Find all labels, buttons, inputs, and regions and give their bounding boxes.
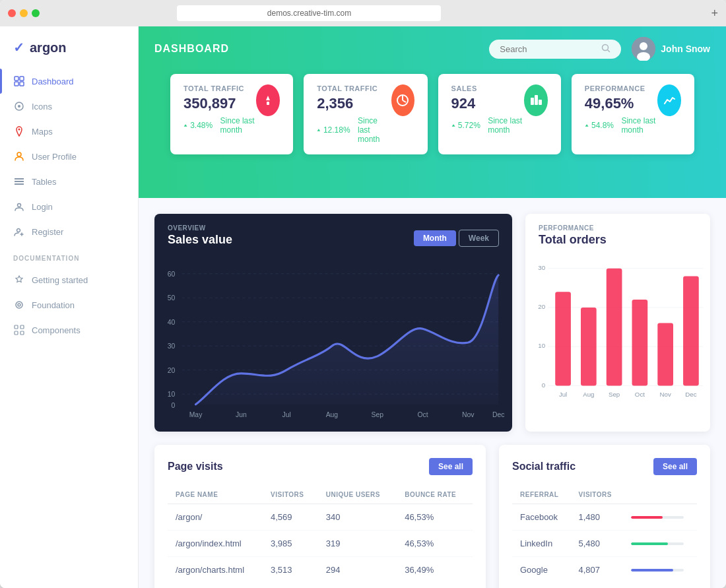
- charts-row: OVERVIEW Sales value Month Week: [154, 214, 710, 432]
- progress-cell: [623, 557, 697, 583]
- month-button[interactable]: Month: [414, 230, 456, 246]
- sidebar-nav: Dashboard Icons Maps: [0, 69, 138, 343]
- unique-users: 340: [318, 504, 397, 531]
- progress-cell: [623, 531, 697, 557]
- sidebar-item-components[interactable]: Components: [0, 317, 138, 343]
- svg-text:10: 10: [538, 342, 545, 349]
- svg-text:30: 30: [168, 343, 176, 350]
- progress-bar: [631, 542, 684, 545]
- svg-text:20: 20: [168, 367, 176, 374]
- bounce-rate: 46,53%: [397, 504, 473, 531]
- content-area: OVERVIEW Sales value Month Week: [139, 198, 726, 588]
- user-icon: [13, 150, 25, 162]
- sales-chart-title: Sales value: [168, 233, 232, 247]
- search-bar[interactable]: [489, 40, 621, 59]
- user-profile[interactable]: John Snow: [632, 37, 710, 61]
- svg-point-21: [640, 42, 647, 50]
- maximize-dot[interactable]: [32, 9, 40, 17]
- stat-card-performance: PERFORMANCE 49,65% 54.8% Since last mont…: [572, 74, 694, 154]
- components-icon: [13, 324, 25, 336]
- tables-row: Page visits See all PAGE NAME VISITORS U…: [154, 445, 710, 588]
- svg-text:Dec: Dec: [492, 411, 505, 418]
- social-traffic-see-all[interactable]: See all: [653, 458, 697, 475]
- sidebar-item-icons[interactable]: Icons: [0, 94, 138, 119]
- social-traffic-header: Social traffic See all: [512, 458, 697, 475]
- sales-chart-label: OVERVIEW: [168, 224, 232, 232]
- sidebar-item-tables[interactable]: Tables: [0, 169, 138, 194]
- svg-rect-17: [15, 331, 18, 335]
- sidebar-item-label: Tables: [32, 177, 57, 187]
- search-input[interactable]: [500, 44, 596, 54]
- stat-label: TOTAL TRAFFIC: [183, 84, 256, 92]
- stat-change: 5.72% Since last month: [451, 116, 524, 135]
- stat-value: 49,65%: [585, 95, 657, 112]
- progress-fill: [631, 542, 668, 545]
- svg-text:Jun: Jun: [236, 411, 247, 418]
- url-bar[interactable]: demos.creative-tim.com: [177, 5, 441, 21]
- col-visitors: VISITORS: [570, 486, 623, 504]
- maps-icon: [13, 125, 25, 137]
- svg-rect-15: [15, 325, 18, 329]
- svg-text:Oct: Oct: [417, 411, 428, 418]
- sidebar-item-label: User Profile: [32, 152, 77, 162]
- svg-point-11: [18, 204, 21, 207]
- stat-label: TOTAL TRAFFIC: [317, 84, 391, 92]
- header-right: John Snow: [489, 37, 710, 61]
- sidebar-item-label: Login: [32, 202, 53, 212]
- sidebar-item-getting-started[interactable]: Getting started: [0, 267, 138, 292]
- logo-icon: ✓: [13, 40, 24, 55]
- svg-rect-16: [20, 325, 24, 329]
- stat-label: SALES: [451, 84, 524, 92]
- sidebar-item-label: Icons: [32, 102, 52, 112]
- orders-chart-title: Total orders: [539, 233, 697, 247]
- svg-text:30: 30: [538, 264, 545, 271]
- svg-text:Nov: Nov: [462, 411, 475, 418]
- page-visits-header: Page visits See all: [168, 458, 473, 475]
- col-unique: UNIQUE USERS: [318, 486, 397, 504]
- visitors: 1,480: [570, 504, 623, 531]
- stat-change: 3.48% Since last month: [183, 116, 256, 135]
- sidebar-item-foundation[interactable]: Foundation: [0, 292, 138, 317]
- minimize-dot[interactable]: [20, 9, 28, 17]
- svg-rect-0: [15, 77, 18, 81]
- svg-rect-2: [15, 82, 18, 86]
- bounce-rate: 36,49%: [397, 557, 473, 583]
- referral: Google: [512, 557, 570, 583]
- new-tab-button[interactable]: +: [711, 7, 718, 20]
- sidebar-item-label: Maps: [32, 127, 53, 137]
- svg-rect-57: [555, 292, 571, 385]
- sidebar-item-maps[interactable]: Maps: [0, 119, 138, 144]
- svg-text:Dec: Dec: [685, 391, 696, 398]
- sidebar-item-user-profile[interactable]: User Profile: [0, 144, 138, 169]
- search-icon: [601, 44, 610, 55]
- week-button[interactable]: Week: [459, 230, 499, 247]
- header-top: DASHBOARD John Snow: [154, 37, 710, 61]
- page-visits-see-all[interactable]: See all: [429, 458, 473, 475]
- page-visits-table: PAGE NAME VISITORS UNIQUE USERS BOUNCE R…: [168, 486, 473, 583]
- sidebar-item-login[interactable]: Login: [0, 194, 138, 219]
- svg-rect-18: [20, 331, 24, 335]
- app-container: ✓ argon Dashboard Icons: [0, 26, 726, 588]
- sidebar-item-label: Getting started: [32, 275, 88, 285]
- sidebar-item-dashboard[interactable]: Dashboard: [0, 69, 138, 94]
- sidebar: ✓ argon Dashboard Icons: [0, 26, 139, 588]
- progress-fill: [631, 516, 663, 519]
- svg-point-6: [18, 129, 20, 131]
- sidebar-item-label: Components: [32, 325, 81, 335]
- browser-dots: [8, 9, 40, 17]
- referral: LinkedIn: [512, 531, 570, 557]
- sidebar-logo: ✓ argon: [0, 40, 138, 69]
- svg-text:0: 0: [542, 381, 546, 389]
- svg-rect-25: [531, 98, 534, 105]
- social-traffic-table: REFERRAL VISITORS Facebook 1,480: [512, 486, 697, 583]
- svg-text:Jul: Jul: [282, 411, 290, 418]
- sidebar-item-register[interactable]: Register: [0, 219, 138, 244]
- stat-label: PERFORMANCE: [585, 84, 657, 92]
- stat-value: 924: [451, 95, 524, 112]
- svg-text:Sep: Sep: [609, 391, 620, 398]
- svg-text:Aug: Aug: [583, 391, 594, 398]
- svg-text:Aug: Aug: [326, 411, 339, 418]
- close-dot[interactable]: [8, 9, 16, 17]
- svg-text:Oct: Oct: [635, 391, 645, 398]
- svg-text:60: 60: [168, 271, 176, 278]
